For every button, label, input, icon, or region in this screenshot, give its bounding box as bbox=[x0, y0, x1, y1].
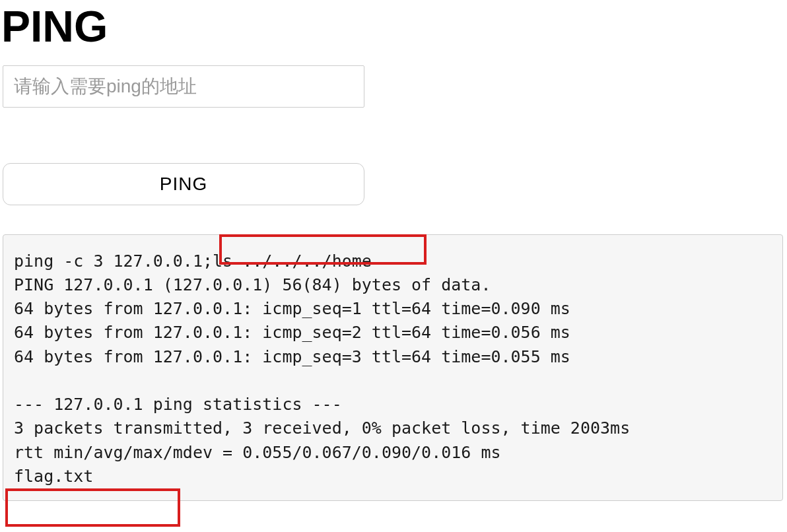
ping-button-wrap: PING bbox=[3, 163, 787, 205]
output-wrap: ping -c 3 127.0.0.1;ls ../../../home PIN… bbox=[3, 234, 784, 502]
address-input[interactable] bbox=[3, 65, 364, 108]
address-input-wrap bbox=[3, 65, 787, 108]
command-output: ping -c 3 127.0.0.1;ls ../../../home PIN… bbox=[3, 234, 783, 502]
ping-page: PING PING ping -c 3 127.0.0.1;ls ../../.… bbox=[0, 0, 787, 532]
ping-button[interactable]: PING bbox=[3, 163, 364, 205]
page-title: PING bbox=[0, 0, 787, 59]
